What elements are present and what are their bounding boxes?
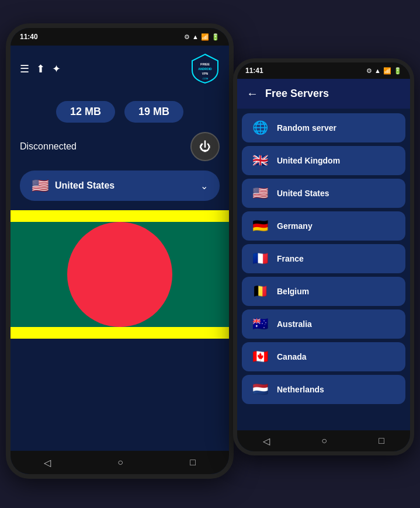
phone2-screen-title: Free Servers bbox=[265, 88, 329, 100]
server-item-be[interactable]: 🇧🇪 Belgium bbox=[242, 277, 405, 306]
phone1: 11:40 ⚙ ▲ 📶 🔋 ☰ ⬆ ✦ FREE ANDROID VPN .CO… bbox=[6, 23, 234, 479]
data-row: 12 MB 19 MB bbox=[20, 101, 220, 123]
server-item-us[interactable]: 🇺🇸 United States bbox=[242, 179, 405, 208]
connection-row: Disconnected ⏻ bbox=[20, 132, 220, 161]
server-item-au[interactable]: 🇦🇺 Australia bbox=[242, 309, 405, 339]
fr-server-name: France bbox=[277, 254, 304, 263]
svg-text:.COM: .COM bbox=[202, 77, 208, 80]
phone1-time: 11:40 bbox=[20, 33, 38, 41]
de-flag: 🇩🇪 bbox=[251, 218, 269, 234]
p2-settings-icon: ⚙ bbox=[366, 67, 372, 75]
p2-back-nav-button[interactable]: ◁ bbox=[263, 436, 270, 447]
share-icon[interactable]: ⬆ bbox=[36, 62, 45, 75]
yellow-bar-bottom bbox=[11, 327, 229, 339]
phone2-status-bar: 11:41 ⚙ ▲ 📶 🔋 bbox=[237, 62, 410, 79]
signal-icon: 📶 bbox=[201, 33, 209, 41]
random-server-name: Random server bbox=[277, 123, 336, 133]
connection-status-text: Disconnected bbox=[20, 141, 77, 152]
power-button[interactable]: ⏻ bbox=[190, 132, 220, 161]
phone1-map bbox=[11, 210, 229, 451]
home-nav-button[interactable]: ○ bbox=[117, 457, 123, 468]
server-item-fr[interactable]: 🇫🇷 France bbox=[242, 244, 405, 273]
uk-server-name: United Kingdom bbox=[277, 156, 340, 165]
uk-flag: 🇬🇧 bbox=[251, 153, 269, 168]
server-select-left: 🇺🇸 United States bbox=[32, 178, 114, 194]
star-icon[interactable]: ✦ bbox=[52, 62, 61, 75]
svg-text:FREE: FREE bbox=[200, 62, 210, 66]
server-item-random[interactable]: 🌐 Random server bbox=[242, 113, 405, 142]
p2-wifi-icon: ▲ bbox=[374, 67, 381, 74]
battery-icon: 🔋 bbox=[211, 33, 220, 41]
phone1-status-icons: ⚙ ▲ 📶 🔋 bbox=[184, 33, 220, 41]
de-server-name: Germany bbox=[277, 221, 313, 231]
bangladesh-circle bbox=[67, 222, 172, 327]
selected-server-name: United States bbox=[55, 180, 114, 191]
p2-signal-icon: 📶 bbox=[383, 67, 391, 75]
ca-flag: 🇨🇦 bbox=[251, 349, 269, 364]
be-server-name: Belgium bbox=[277, 287, 309, 296]
recents-nav-button[interactable]: □ bbox=[190, 457, 196, 468]
svg-text:ANDROID: ANDROID bbox=[198, 67, 212, 71]
nl-flag: 🇳🇱 bbox=[251, 382, 269, 397]
server-list: 🌐 Random server 🇬🇧 United Kingdom 🇺🇸 Uni… bbox=[237, 109, 410, 430]
p2-home-nav-button[interactable]: ○ bbox=[321, 436, 327, 446]
svg-text:VPN: VPN bbox=[202, 72, 209, 75]
phone2-header: ← Free Servers bbox=[237, 79, 410, 109]
server-item-nl[interactable]: 🇳🇱 Netherlands bbox=[242, 375, 405, 404]
server-select-button[interactable]: 🇺🇸 United States ⌄ bbox=[20, 171, 220, 201]
p2-recents-nav-button[interactable]: □ bbox=[379, 436, 384, 446]
p2-battery-icon: 🔋 bbox=[394, 67, 402, 75]
phone1-header: ☰ ⬆ ✦ FREE ANDROID VPN .COM bbox=[11, 46, 229, 92]
server-item-uk[interactable]: 🇬🇧 United Kingdom bbox=[242, 146, 405, 175]
server-item-de[interactable]: 🇩🇪 Germany bbox=[242, 211, 405, 241]
phone2-back-button[interactable]: ← bbox=[247, 87, 258, 100]
phone1-content: 12 MB 19 MB Disconnected ⏻ 🇺🇸 United Sta… bbox=[11, 92, 229, 210]
phone2: 11:41 ⚙ ▲ 📶 🔋 ← Free Servers 🌐 Random se… bbox=[233, 58, 414, 455]
phone2-status-icons: ⚙ ▲ 📶 🔋 bbox=[366, 67, 402, 75]
logo-shield: FREE ANDROID VPN .COM bbox=[190, 53, 220, 85]
au-flag: 🇦🇺 bbox=[251, 316, 269, 332]
data-left-badge: 12 MB bbox=[56, 101, 115, 123]
server-item-ca[interactable]: 🇨🇦 Canada bbox=[242, 342, 405, 371]
fr-flag: 🇫🇷 bbox=[251, 251, 269, 266]
au-server-name: Australia bbox=[277, 319, 312, 329]
random-server-flag: 🌐 bbox=[251, 120, 269, 135]
data-right-badge: 19 MB bbox=[124, 101, 183, 123]
chevron-down-icon: ⌄ bbox=[200, 180, 208, 192]
phone2-bottom-bar: ◁ ○ □ bbox=[237, 430, 410, 451]
phone1-bottom-bar: ◁ ○ □ bbox=[11, 451, 229, 474]
menu-icon[interactable]: ☰ bbox=[20, 62, 29, 75]
us-server-name: United States bbox=[277, 189, 329, 198]
be-flag: 🇧🇪 bbox=[251, 284, 269, 299]
logo-area: FREE ANDROID VPN .COM bbox=[190, 53, 220, 85]
us-flag: 🇺🇸 bbox=[251, 186, 269, 201]
phone1-status-bar: 11:40 ⚙ ▲ 📶 🔋 bbox=[11, 28, 229, 46]
phone2-time: 11:41 bbox=[245, 67, 263, 75]
header-left-icons: ☰ ⬆ ✦ bbox=[20, 62, 61, 75]
ca-server-name: Canada bbox=[277, 352, 307, 361]
nl-server-name: Netherlands bbox=[277, 385, 324, 394]
wifi-icon: ▲ bbox=[192, 33, 199, 40]
bangladesh-flag bbox=[11, 222, 229, 327]
yellow-bar-top bbox=[11, 210, 229, 222]
selected-server-flag: 🇺🇸 bbox=[32, 178, 49, 194]
back-nav-button[interactable]: ◁ bbox=[44, 457, 51, 468]
settings-icon: ⚙ bbox=[184, 33, 190, 41]
